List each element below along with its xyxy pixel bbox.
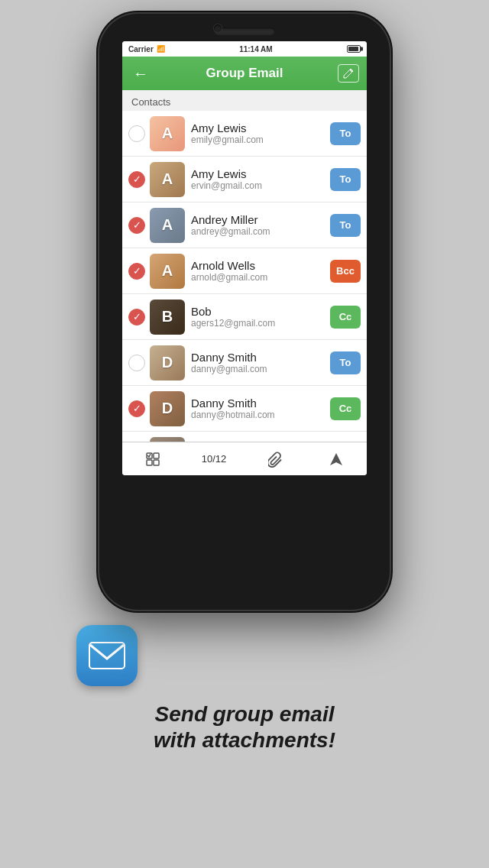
status-left: Carrier 📶 (128, 45, 165, 53)
checklist-button[interactable] (122, 442, 183, 475)
avatar: A (150, 254, 185, 289)
bottom-section: Send group email with attachments! (0, 625, 489, 753)
list-item[interactable]: ✓ B Bob agers12@gmail.com Cc (122, 294, 367, 340)
list-item[interactable]: ✓ A Arnold Wells arnold@gmail.com Bcc (122, 248, 367, 294)
contact-info: Arnold Wells arnold@gmail.com (191, 259, 330, 283)
phone-shell: Carrier 📶 11:14 AM ← Group Email (99, 14, 390, 610)
svg-rect-3 (154, 460, 159, 465)
contacts-list[interactable]: A Amy Lewis emily@gmail.com To ✓ A Amy L… (122, 111, 367, 442)
contact-info: Andrey Miller andrey@gmail.com (191, 213, 330, 237)
contact-info: Danny Smith danny@hotmail.com (191, 397, 330, 420)
list-item[interactable]: A Amy Lewis emily@gmail.com To (122, 111, 367, 157)
contact-checkbox[interactable]: ✓ (128, 171, 145, 188)
contact-tag[interactable]: To (330, 122, 361, 145)
page-title: Group Email (206, 66, 283, 81)
send-button[interactable] (306, 442, 367, 475)
count-display: 10/12 (183, 442, 244, 475)
contact-name: Bob (191, 305, 330, 318)
navigation-bar: ← Group Email (122, 57, 367, 90)
contact-info: Amy Lewis emily@gmail.com (191, 121, 330, 145)
back-button[interactable]: ← (130, 62, 151, 86)
status-bar: Carrier 📶 11:14 AM (122, 41, 367, 57)
contact-email: arnold@gmail.com (191, 272, 330, 283)
svg-rect-5 (89, 642, 125, 669)
carrier-label: Carrier (128, 45, 154, 53)
contact-tag[interactable]: To (330, 351, 361, 374)
contact-checkbox[interactable] (128, 355, 145, 371)
contact-info: Bob agers12@gmail.com (191, 305, 330, 329)
contact-checkbox[interactable] (128, 125, 145, 142)
contact-tag[interactable]: Bcc (330, 260, 361, 283)
list-item[interactable]: ✓ A Amy Lewis ervin@gmail.com To (122, 157, 367, 202)
svg-rect-1 (154, 453, 159, 458)
contact-checkbox[interactable]: ✓ (128, 309, 145, 326)
contact-checkbox[interactable]: ✓ (128, 217, 145, 234)
contact-checkbox[interactable]: ✓ (128, 263, 145, 280)
contact-tag[interactable]: Cc (330, 306, 361, 329)
contact-info: Amy Lewis ervin@gmail.com (191, 167, 330, 191)
contact-email: andrey@gmail.com (191, 226, 330, 237)
avatar: B (150, 300, 185, 335)
contact-email: danny@hotmail.com (191, 410, 330, 420)
contact-name: Danny Smith (191, 351, 330, 364)
svg-marker-4 (330, 453, 342, 465)
mail-app-icon (76, 625, 138, 686)
contact-name: Danny Smith (191, 397, 330, 410)
svg-rect-6 (89, 643, 125, 669)
contact-name: Arnold Wells (191, 259, 330, 272)
contact-name: Andrey Miller (191, 213, 330, 226)
bottom-toolbar: 10/12 (122, 442, 367, 475)
list-item[interactable]: D Dennis Brown dennis@gmail.com To (122, 432, 367, 442)
section-header: Contacts (122, 90, 367, 111)
contact-name: Amy Lewis (191, 121, 330, 134)
avatar: A (150, 116, 185, 151)
edit-button[interactable] (338, 64, 359, 83)
phone-screen: Carrier 📶 11:14 AM ← Group Email (122, 41, 367, 475)
contact-email: ervin@gmail.com (191, 180, 330, 191)
wifi-icon: 📶 (157, 45, 165, 53)
contact-tag[interactable]: To (330, 168, 361, 191)
status-right (347, 45, 361, 53)
contact-email: agers12@gmail.com (191, 318, 330, 329)
contact-email: emily@gmail.com (191, 134, 330, 145)
contact-email: danny@gmail.com (191, 364, 330, 374)
time-display: 11:14 AM (239, 45, 273, 53)
contact-checkbox[interactable]: ✓ (128, 400, 145, 417)
svg-rect-2 (147, 460, 152, 465)
avatar: D (150, 391, 185, 426)
battery-icon (347, 45, 361, 53)
contact-tag[interactable]: To (330, 214, 361, 237)
attachment-button[interactable] (244, 442, 306, 475)
contact-tag[interactable]: Cc (330, 397, 361, 420)
tagline: Send group email with attachments! (154, 701, 335, 753)
list-item[interactable]: D Danny Smith danny@gmail.com To (122, 340, 367, 386)
contact-info: Danny Smith danny@gmail.com (191, 351, 330, 374)
list-item[interactable]: ✓ A Andrey Miller andrey@gmail.com To (122, 202, 367, 248)
avatar: D (150, 345, 185, 381)
avatar: A (150, 208, 185, 243)
contact-name: Amy Lewis (191, 167, 330, 180)
avatar: A (150, 162, 185, 197)
front-camera (214, 24, 222, 32)
list-item[interactable]: ✓ D Danny Smith danny@hotmail.com Cc (122, 386, 367, 432)
phone-speaker (214, 28, 275, 35)
